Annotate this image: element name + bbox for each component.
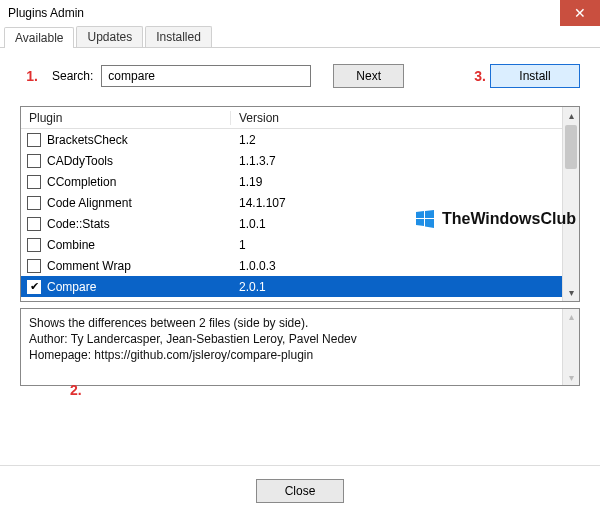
search-input[interactable] xyxy=(101,65,311,87)
plugin-row[interactable]: Compare2.0.1 xyxy=(21,276,562,297)
plugin-row[interactable]: Combine1 xyxy=(21,234,562,255)
plugin-row[interactable]: CCompletion1.19 xyxy=(21,171,562,192)
plugin-version: 2.0.1 xyxy=(231,280,562,294)
plugins-admin-window: Plugins Admin ✕ Available Updates Instal… xyxy=(0,0,600,515)
description-scrollbar[interactable]: ▴ ▾ xyxy=(562,309,579,385)
scroll-thumb[interactable] xyxy=(565,125,577,169)
column-header-version[interactable]: Version xyxy=(231,111,562,125)
plugin-version: 1.2 xyxy=(231,133,562,147)
plugin-version: 1.0.1 xyxy=(231,217,562,231)
search-row: 1. Search: Next 3. Install xyxy=(20,64,580,88)
scroll-down-icon: ▾ xyxy=(569,372,574,383)
plugin-name: Combine xyxy=(47,238,231,252)
plugin-row[interactable]: Comment Wrap1.0.0.3 xyxy=(21,255,562,276)
plugin-name: Code::Stats xyxy=(47,217,231,231)
plugin-name: BracketsCheck xyxy=(47,133,231,147)
close-icon: ✕ xyxy=(574,6,586,20)
close-button[interactable]: Close xyxy=(256,479,345,503)
callout-3: 3. xyxy=(474,68,486,84)
tab-updates[interactable]: Updates xyxy=(76,26,143,47)
plugin-row[interactable]: Code::Stats1.0.1 xyxy=(21,213,562,234)
plugin-checkbox[interactable] xyxy=(27,196,41,210)
tab-available[interactable]: Available xyxy=(4,27,74,48)
plugin-description-panel: Shows the differences between 2 files (s… xyxy=(20,308,580,386)
window-title: Plugins Admin xyxy=(8,6,84,20)
tab-bar: Available Updates Installed xyxy=(0,26,600,48)
plugin-checkbox[interactable] xyxy=(27,154,41,168)
scroll-up-icon: ▴ xyxy=(569,311,574,322)
plugin-name: Comment Wrap xyxy=(47,259,231,273)
bottom-bar: Close xyxy=(0,465,600,515)
plugin-checkbox[interactable] xyxy=(27,259,41,273)
plugin-checkbox[interactable] xyxy=(27,133,41,147)
tab-installed[interactable]: Installed xyxy=(145,26,212,47)
titlebar: Plugins Admin ✕ xyxy=(0,0,600,26)
plugin-name: CCompletion xyxy=(47,175,231,189)
scroll-up-icon[interactable]: ▴ xyxy=(563,107,579,124)
plugin-name: Code Alignment xyxy=(47,196,231,210)
install-wrap: 3. Install xyxy=(474,64,580,88)
plugin-checkbox[interactable] xyxy=(27,175,41,189)
plugin-version: 1.1.3.7 xyxy=(231,154,562,168)
plugin-row[interactable]: Code Alignment14.1.107 xyxy=(21,192,562,213)
plugin-name: CADdyTools xyxy=(47,154,231,168)
plugin-name: Compare xyxy=(47,280,231,294)
plugin-list-body: Plugin Version BracketsCheck1.2CADdyTool… xyxy=(21,107,562,301)
plugin-version: 1.19 xyxy=(231,175,562,189)
plugin-list: Plugin Version BracketsCheck1.2CADdyTool… xyxy=(20,106,580,302)
plugin-checkbox[interactable] xyxy=(27,238,41,252)
window-close-button[interactable]: ✕ xyxy=(560,0,600,26)
install-button[interactable]: Install xyxy=(490,64,580,88)
plugin-version: 1 xyxy=(231,238,562,252)
column-header-plugin[interactable]: Plugin xyxy=(21,111,231,125)
search-label: Search: xyxy=(52,69,93,83)
plugin-list-scrollbar[interactable]: ▴ ▾ xyxy=(562,107,579,301)
plugin-row[interactable]: CADdyTools1.1.3.7 xyxy=(21,150,562,171)
plugin-row[interactable]: BracketsCheck1.2 xyxy=(21,129,562,150)
callout-2: 2. xyxy=(70,382,82,398)
plugin-list-header: Plugin Version xyxy=(21,107,562,129)
scroll-down-icon[interactable]: ▾ xyxy=(563,284,579,301)
next-button[interactable]: Next xyxy=(333,64,404,88)
plugin-checkbox[interactable] xyxy=(27,217,41,231)
callout-1: 1. xyxy=(20,68,38,84)
plugin-checkbox[interactable] xyxy=(27,280,41,294)
plugin-rows: BracketsCheck1.2CADdyTools1.1.3.7CComple… xyxy=(21,129,562,297)
plugin-version: 1.0.0.3 xyxy=(231,259,562,273)
tab-content: 1. Search: Next 3. Install Plugin Versio… xyxy=(0,48,600,394)
plugin-description-text: Shows the differences between 2 files (s… xyxy=(21,309,562,385)
plugin-version: 14.1.107 xyxy=(231,196,562,210)
